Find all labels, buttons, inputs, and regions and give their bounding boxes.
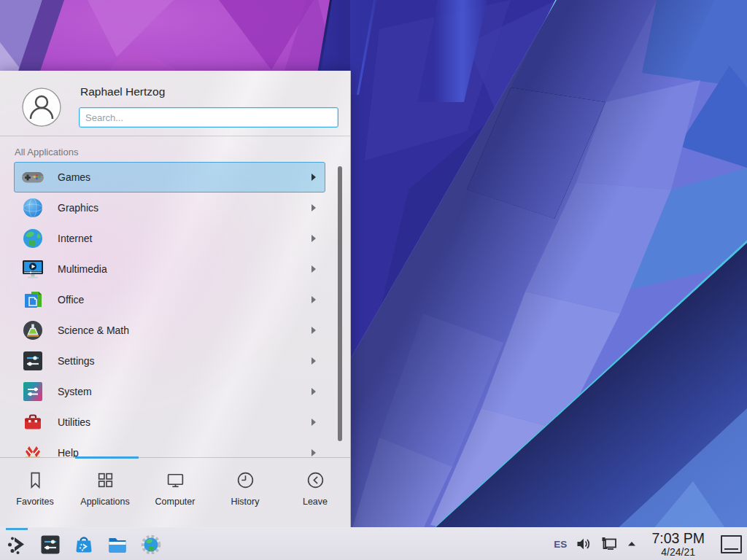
search-input[interactable] <box>79 107 338 128</box>
category-label: Internet <box>58 233 92 244</box>
category-row-utilities[interactable]: Utilities <box>14 407 325 438</box>
category-label: Graphics <box>58 202 98 214</box>
active-task-indicator <box>6 528 28 530</box>
category-label: System <box>58 386 92 397</box>
submenu-arrow-icon <box>311 296 316 303</box>
category-list: Games Graphics Internet <box>14 162 325 457</box>
show-desktop-button[interactable] <box>721 535 742 553</box>
category-label: Help <box>58 447 79 457</box>
submenu-arrow-icon <box>311 419 316 426</box>
submenu-arrow-icon <box>311 327 316 334</box>
category-label: Office <box>58 294 84 306</box>
tab-history[interactable]: History <box>210 458 280 528</box>
tab-favorites[interactable]: Favorites <box>0 458 70 528</box>
toolbox-icon <box>21 411 44 434</box>
clock-time: 7:03 PM <box>651 532 705 546</box>
category-label: Utilities <box>58 416 90 428</box>
system-tray: ES 7:03 PM 4/24/21 <box>554 532 747 557</box>
category-row-internet[interactable]: Internet <box>14 223 325 254</box>
file-manager-icon <box>107 534 128 556</box>
media-monitor-icon <box>21 257 44 281</box>
sphere-icon <box>21 196 44 219</box>
tab-computer[interactable]: Computer <box>140 458 210 528</box>
category-label: Games <box>58 171 90 183</box>
active-tab-indicator <box>75 456 139 459</box>
menu-header: Raphael Hertzog <box>0 71 350 136</box>
taskbar-panel: ES 7:03 PM 4/24/21 <box>0 527 747 560</box>
help-icon <box>21 441 44 457</box>
leave-icon <box>306 470 325 490</box>
menu-tab-bar: Favorites Applications Computer History <box>0 457 350 528</box>
submenu-arrow-icon <box>311 388 316 395</box>
globe-icon <box>21 227 44 250</box>
bookmark-icon <box>26 470 45 490</box>
category-row-multimedia[interactable]: Multimedia <box>14 254 325 284</box>
submenu-arrow-icon <box>311 449 316 456</box>
category-label: Science & Math <box>58 324 129 336</box>
system-settings-icon <box>39 534 61 556</box>
monitor-icon <box>166 470 185 490</box>
discover-launcher[interactable] <box>73 534 95 556</box>
volume-icon[interactable] <box>576 536 592 552</box>
category-label: Multimedia <box>58 263 107 275</box>
web-browser-icon <box>140 534 162 556</box>
app-launcher-button[interactable] <box>6 534 28 556</box>
category-row-office[interactable]: Office <box>14 284 325 315</box>
sliders-dark-icon <box>21 349 44 373</box>
category-row-system[interactable]: System <box>14 376 325 407</box>
submenu-arrow-icon <box>311 265 316 273</box>
expand-tray-icon[interactable] <box>627 539 637 549</box>
panel-launchers <box>0 534 162 556</box>
grid-icon <box>96 470 115 490</box>
app-launcher-icon <box>6 534 28 556</box>
system-settings-launcher[interactable] <box>39 534 61 556</box>
submenu-arrow-icon <box>311 204 316 211</box>
submenu-arrow-icon <box>311 174 316 181</box>
clock-icon <box>236 470 255 490</box>
category-row-settings[interactable]: Settings <box>14 346 325 376</box>
tab-leave[interactable]: Leave <box>280 458 350 528</box>
category-row-help[interactable]: Help <box>14 438 325 457</box>
section-label: All Applications <box>15 147 78 158</box>
sliders-color-icon <box>21 380 44 403</box>
category-row-science[interactable]: Science & Math <box>14 315 325 346</box>
category-label: Settings <box>58 355 95 367</box>
documents-icon <box>21 288 44 311</box>
discover-icon <box>73 534 95 556</box>
submenu-arrow-icon <box>311 235 316 242</box>
scrollbar[interactable] <box>338 166 342 441</box>
network-icon[interactable] <box>600 535 618 553</box>
web-browser-launcher[interactable] <box>140 534 162 556</box>
clock-date: 4/24/21 <box>661 547 695 557</box>
digital-clock[interactable]: 7:03 PM 4/24/21 <box>651 532 705 557</box>
tab-applications[interactable]: Applications <box>70 458 140 528</box>
application-launcher-menu: Raphael Hertzog All Applications Games <box>0 71 351 527</box>
flask-icon <box>21 319 44 342</box>
category-row-graphics[interactable]: Graphics <box>14 192 325 223</box>
user-name: Raphael Hertzog <box>80 85 165 98</box>
keyboard-layout-indicator[interactable]: ES <box>554 539 567 550</box>
gamepad-icon <box>21 166 44 189</box>
category-row-games[interactable]: Games <box>14 162 325 192</box>
user-avatar[interactable] <box>22 88 61 127</box>
file-manager-launcher[interactable] <box>107 534 128 556</box>
submenu-arrow-icon <box>311 357 316 365</box>
